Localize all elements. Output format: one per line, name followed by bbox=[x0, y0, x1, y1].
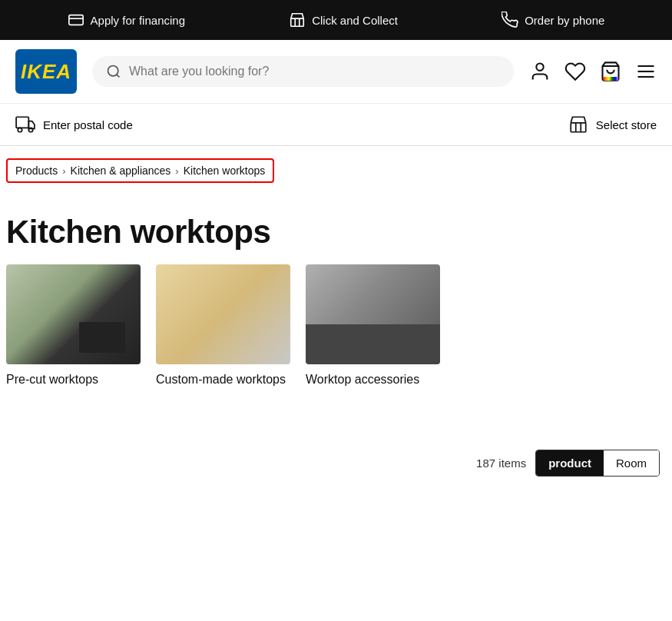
phone-order-label: Order by phone bbox=[525, 14, 604, 27]
items-count: 187 items bbox=[476, 457, 526, 470]
breadcrumb-worktops[interactable]: Kitchen worktops bbox=[184, 164, 266, 177]
breadcrumb-wrapper: Products › Kitchen & appliances › Kitche… bbox=[0, 146, 672, 191]
menu-icon-btn[interactable] bbox=[635, 61, 657, 82]
header: IKEA bbox=[0, 40, 672, 104]
svg-rect-15 bbox=[571, 123, 586, 132]
breadcrumb: Products › Kitchen & appliances › Kitche… bbox=[6, 158, 274, 183]
location-bar: Enter postal code Select store bbox=[0, 104, 672, 146]
rainbow-stripe bbox=[603, 77, 618, 81]
financing-link[interactable]: Apply for financing bbox=[68, 12, 185, 28]
category-card-accessories[interactable]: Worktop accessories bbox=[306, 264, 440, 388]
svg-rect-2 bbox=[291, 18, 304, 26]
category-label-accessories: Worktop accessories bbox=[306, 372, 440, 388]
wishlist-icon-btn[interactable] bbox=[564, 61, 586, 82]
user-icon bbox=[529, 61, 551, 82]
postal-code-label: Enter postal code bbox=[43, 118, 133, 131]
store-icon bbox=[289, 12, 306, 28]
category-image-custom bbox=[156, 264, 290, 364]
search-icon bbox=[106, 64, 121, 79]
click-collect-label: Click and Collect bbox=[312, 14, 398, 27]
view-product-btn[interactable]: product bbox=[536, 450, 604, 476]
basket-icon-btn[interactable] bbox=[600, 61, 621, 82]
svg-line-6 bbox=[117, 75, 120, 78]
phone-icon bbox=[502, 12, 518, 28]
header-icons bbox=[529, 61, 657, 82]
postal-code-btn[interactable]: Enter postal code bbox=[15, 115, 133, 134]
svg-rect-0 bbox=[68, 15, 82, 25]
account-icon-btn[interactable] bbox=[529, 61, 551, 82]
category-image-precut bbox=[6, 264, 141, 364]
breadcrumb-sep-1: › bbox=[62, 165, 65, 177]
credit-card-icon bbox=[68, 12, 84, 28]
category-label-custom: Custom-made worktops bbox=[156, 372, 290, 388]
search-input[interactable] bbox=[129, 65, 500, 78]
svg-rect-12 bbox=[16, 117, 28, 128]
phone-order-link[interactable]: Order by phone bbox=[502, 12, 604, 28]
svg-point-5 bbox=[108, 66, 118, 76]
svg-point-7 bbox=[536, 64, 543, 71]
ikea-logo[interactable]: IKEA bbox=[15, 49, 77, 94]
store-building-icon bbox=[568, 115, 588, 134]
breadcrumb-kitchen[interactable]: Kitchen & appliances bbox=[71, 164, 171, 177]
category-card-custom[interactable]: Custom-made worktops bbox=[156, 264, 290, 388]
select-store-btn[interactable]: Select store bbox=[568, 115, 657, 134]
category-card-precut[interactable]: Pre-cut worktops bbox=[6, 264, 141, 388]
hamburger-icon bbox=[635, 61, 657, 82]
top-bar: Apply for financing Click and Collect Or… bbox=[0, 0, 672, 40]
page-title: Kitchen worktops bbox=[0, 191, 672, 264]
heart-icon bbox=[564, 61, 586, 82]
delivery-icon bbox=[15, 115, 35, 134]
financing-label: Apply for financing bbox=[91, 14, 185, 27]
breadcrumb-products[interactable]: Products bbox=[15, 164, 58, 177]
category-image-accessories bbox=[306, 264, 440, 364]
breadcrumb-sep-2: › bbox=[175, 165, 178, 177]
select-store-label: Select store bbox=[596, 118, 657, 131]
search-bar[interactable] bbox=[92, 56, 514, 87]
svg-point-14 bbox=[28, 128, 32, 131]
category-label-precut: Pre-cut worktops bbox=[6, 372, 141, 388]
svg-point-13 bbox=[18, 128, 22, 131]
click-collect-link[interactable]: Click and Collect bbox=[289, 12, 398, 28]
bottom-bar: 187 items product Room bbox=[0, 434, 672, 489]
view-toggle: product Room bbox=[535, 450, 660, 477]
category-grid: Pre-cut worktops Custom-made worktops Wo… bbox=[0, 264, 672, 388]
view-room-btn[interactable]: Room bbox=[604, 450, 659, 476]
